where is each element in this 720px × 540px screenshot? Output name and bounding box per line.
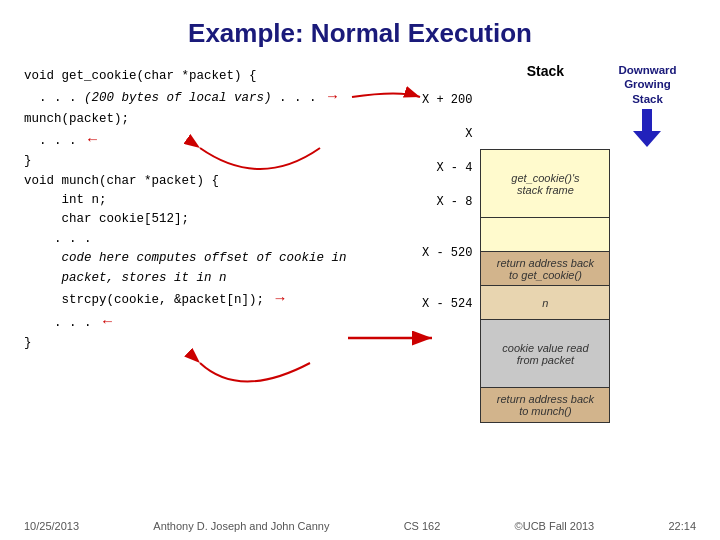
stack-box-return-getcookie-label: return address backto get_cookie() — [497, 257, 594, 281]
code-line-12: strcpy(cookie, &packet[n]); → — [24, 288, 404, 311]
footer-date: 10/25/2013 — [24, 520, 79, 532]
marker-x200: X + 200 — [422, 83, 476, 117]
code-line-11: packet, stores it in n — [24, 269, 404, 288]
arrow-left-2: ← — [103, 314, 112, 331]
footer-authors: Anthony D. Joseph and John Canny — [153, 520, 329, 532]
marker-x524: X - 524 — [422, 287, 476, 321]
code-line-5: } — [24, 152, 404, 171]
stack-box-cookie: cookie value readfrom packet — [481, 320, 609, 388]
code-line-13: . . . ← — [24, 311, 404, 334]
svg-marker-1 — [633, 131, 661, 147]
stack-box-n-label: n — [542, 297, 548, 309]
stack-boxes: get_cookie()'sstack frame return address… — [480, 149, 610, 423]
main-content: void get_cookie(char *packet) { . . . (2… — [24, 63, 696, 423]
stack-box-return-getcookie: return address backto get_cookie() — [481, 252, 609, 286]
stack-box-getcookie: get_cookie()'sstack frame — [481, 150, 609, 218]
arrow-right-1: → — [328, 89, 337, 106]
code-line-6: void munch(char *packet) { — [24, 172, 404, 191]
marker-x520: X - 520 — [422, 219, 476, 287]
slide: Example: Normal Execution void get_cooki… — [0, 0, 720, 540]
code-line-8: char cookie[512]; — [24, 210, 404, 229]
stack-box-return-munch: return address backto munch() — [481, 388, 609, 422]
slide-title: Example: Normal Execution — [24, 18, 696, 49]
stack-section: X + 200 X X - 4 X - 8 X - 520 X - 524 St… — [422, 63, 677, 423]
stack-header-label: Stack — [480, 63, 610, 79]
downward-label-3: Stack — [632, 92, 663, 106]
code-line-7: int n; — [24, 191, 404, 210]
code-comment-1: (200 bytes of local vars) — [84, 91, 272, 105]
code-line-3: munch(packet); — [24, 110, 404, 129]
downward-label-1: Downward — [618, 63, 676, 77]
code-line-1: void get_cookie(char *packet) { — [24, 67, 404, 86]
code-line-9: . . . — [24, 230, 404, 249]
stack-column: Stack Downward Growing Stack — [480, 63, 676, 423]
code-line-14: } — [24, 334, 404, 353]
marker-x: X — [422, 117, 476, 151]
footer: 10/25/2013 Anthony D. Joseph and John Ca… — [0, 520, 720, 532]
downward-label-2: Growing — [624, 77, 671, 91]
footer-copyright: ©UCB Fall 2013 — [515, 520, 595, 532]
downward-arrow-icon — [633, 109, 661, 147]
stack-box-cookie-label: cookie value readfrom packet — [502, 342, 588, 366]
stack-box-n: n — [481, 286, 609, 320]
marker-x4: X - 4 — [422, 151, 476, 185]
stack-box-getcookie-label: get_cookie()'sstack frame — [511, 172, 579, 196]
code-line-10: code here computes offset of cookie in — [24, 249, 404, 268]
marker-x8: X - 8 — [422, 185, 476, 219]
footer-time: 22:14 — [668, 520, 696, 532]
footer-course: CS 162 — [404, 520, 441, 532]
arrow-right-2: → — [276, 291, 285, 308]
code-line-2: . . . (200 bytes of local vars) . . . → — [24, 86, 404, 109]
stack-header-row: Stack Downward Growing Stack — [480, 63, 676, 147]
arrow-left-1: ← — [88, 132, 97, 149]
stack-markers: X + 200 X X - 4 X - 8 X - 520 X - 524 — [422, 83, 476, 423]
svg-rect-0 — [642, 109, 652, 131]
stack-box-x — [481, 218, 609, 252]
code-area: void get_cookie(char *packet) { . . . (2… — [24, 63, 404, 423]
downward-block: Downward Growing Stack — [618, 63, 676, 147]
stack-box-return-munch-label: return address backto munch() — [497, 393, 594, 417]
code-line-4: . . . ← — [24, 129, 404, 152]
